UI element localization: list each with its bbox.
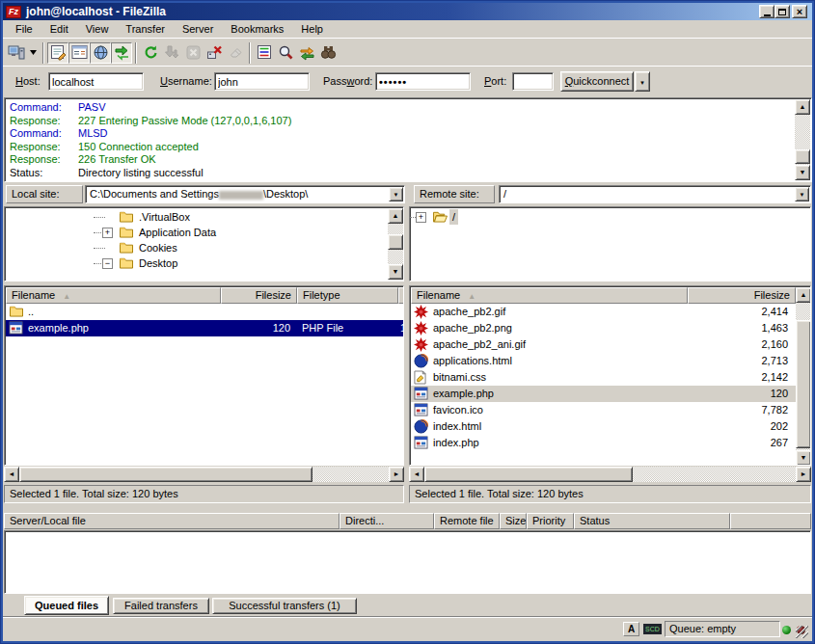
local-hscrollbar-thumb[interactable] xyxy=(19,467,312,482)
log-scrollbar-thumb[interactable] xyxy=(795,149,810,164)
toggle-local-tree-button[interactable] xyxy=(68,42,90,64)
menu-item-view[interactable]: View xyxy=(77,21,118,37)
site-manager-dropdown[interactable] xyxy=(27,42,40,64)
file-row-apache-pb2-gif[interactable]: apache_pb2.gif2,414 xyxy=(411,304,796,320)
tab-successful-transfers-1-[interactable]: Successful transfers (1) xyxy=(212,598,357,614)
queue-column-server-local-file[interactable]: Server/Local file xyxy=(4,513,340,529)
expand-icon[interactable]: + xyxy=(416,212,426,223)
column-header-modified[interactable]: L xyxy=(398,287,404,304)
resize-grip[interactable] xyxy=(796,626,808,638)
filter-button[interactable] xyxy=(254,42,275,64)
host-input[interactable] xyxy=(48,72,144,91)
collapse-icon[interactable]: − xyxy=(102,258,113,269)
tree-item-label[interactable]: .VirtualBox xyxy=(136,209,193,225)
scroll-up-icon[interactable] xyxy=(796,287,811,303)
toggle-remote-tree-button[interactable] xyxy=(90,42,111,64)
tab-queued-files[interactable]: Queued files xyxy=(24,596,109,615)
menu-item-server[interactable]: Server xyxy=(174,21,222,37)
menu-item-file[interactable]: File xyxy=(7,21,41,37)
remote-hscrollbar[interactable] xyxy=(409,467,811,482)
cancel-button[interactable] xyxy=(182,42,204,64)
file-size: 7,782 xyxy=(761,402,788,418)
sync-browse-button[interactable] xyxy=(296,42,317,64)
local-tree-scrollbar-thumb[interactable] xyxy=(388,234,403,250)
scroll-right-icon[interactable] xyxy=(796,467,811,482)
file-row-bitnami-css[interactable]: bitnami.css2,142 xyxy=(411,369,796,386)
scroll-down-icon[interactable] xyxy=(796,450,811,466)
tree-item-application-data[interactable]: +Application Data xyxy=(5,225,403,240)
file-row-example-php[interactable]: example.php120PHP File1 xyxy=(6,320,404,336)
disconnect-button[interactable] xyxy=(204,42,225,64)
port-input[interactable] xyxy=(512,72,554,91)
local-hscrollbar[interactable] xyxy=(4,467,404,482)
column-header-filesize[interactable]: Filesize xyxy=(688,287,796,304)
toggle-queue-button[interactable] xyxy=(111,42,132,64)
menu-item-edit[interactable]: Edit xyxy=(41,21,77,37)
scroll-down-icon[interactable] xyxy=(795,165,810,180)
file-row-apache-pb2-ani-gif[interactable]: apache_pb2_ani.gif2,160 xyxy=(411,336,796,353)
scroll-left-icon[interactable] xyxy=(4,467,19,482)
tab-failed-transfers[interactable]: Failed transfers xyxy=(113,598,209,614)
tree-item-label[interactable]: Cookies xyxy=(136,240,180,255)
maximize-button[interactable] xyxy=(774,5,790,18)
queue-column-directi-[interactable]: Directi... xyxy=(340,513,434,529)
remote-vscrollbar[interactable] xyxy=(796,287,811,466)
column-header-filetype[interactable]: Filetype xyxy=(297,287,398,304)
local-site-combo[interactable]: C:\Documents and Settings\Desktop\ xyxy=(85,185,405,203)
queue-column-remote-file[interactable]: Remote file xyxy=(434,513,500,529)
remote-vscrollbar-thumb[interactable] xyxy=(796,320,811,448)
speed-limits-icon[interactable]: SCD xyxy=(643,624,662,634)
file-row-example-php[interactable]: example.php120 xyxy=(411,386,796,402)
username-input[interactable] xyxy=(214,72,310,91)
site-manager-button[interactable] xyxy=(6,42,27,64)
compare-button[interactable] xyxy=(275,42,296,64)
tree-item-label[interactable]: / xyxy=(449,209,458,225)
find-button[interactable] xyxy=(317,42,339,64)
file-row-favicon-ico[interactable]: favicon.ico7,782 xyxy=(411,402,796,418)
scroll-left-icon[interactable] xyxy=(409,467,424,482)
quickconnect-button[interactable]: Quickconnect xyxy=(560,71,634,92)
file-row--[interactable]: .. xyxy=(6,304,404,320)
expand-icon[interactable]: + xyxy=(102,228,113,238)
tree-item-cookies[interactable]: Cookies xyxy=(5,240,403,255)
toggle-message-log-button[interactable] xyxy=(47,42,68,64)
quickconnect-dropdown[interactable] xyxy=(635,71,650,92)
log-scrollbar[interactable] xyxy=(795,99,810,180)
menu-item-bookmarks[interactable]: Bookmarks xyxy=(222,21,292,37)
file-row-apache-pb2-png[interactable]: apache_pb2.png1,463 xyxy=(411,320,796,336)
process-queue-button[interactable] xyxy=(161,42,182,64)
chevron-down-icon[interactable] xyxy=(389,187,403,201)
tree-item-desktop[interactable]: −Desktop xyxy=(5,255,403,271)
chevron-down-icon[interactable] xyxy=(795,187,809,201)
menu-item-transfer[interactable]: Transfer xyxy=(117,21,174,37)
tree-item--virtualbox[interactable]: .VirtualBox xyxy=(5,209,403,225)
file-row-applications-html[interactable]: applications.html2,713 xyxy=(411,353,796,369)
scroll-right-icon[interactable] xyxy=(389,467,404,482)
remote-site-combo[interactable]: / xyxy=(499,185,811,203)
tree-item--[interactable]: +/ xyxy=(410,209,810,225)
column-header-filename[interactable]: Filename▲ xyxy=(6,287,221,304)
column-header-filename[interactable]: Filename▲ xyxy=(411,287,688,304)
queue-column-priority[interactable]: Priority xyxy=(527,513,574,529)
password-input[interactable] xyxy=(375,72,471,91)
queue-header: Server/Local fileDirecti...Remote fileSi… xyxy=(4,513,811,530)
file-row-index-php[interactable]: index.php267 xyxy=(411,435,796,451)
close-button[interactable]: × xyxy=(792,5,807,18)
queue-column-spacer[interactable] xyxy=(730,513,811,529)
menu-item-help[interactable]: Help xyxy=(292,21,332,37)
column-header-filesize[interactable]: Filesize xyxy=(221,287,297,304)
tree-item-label[interactable]: Application Data xyxy=(136,225,219,240)
remote-hscrollbar-thumb[interactable] xyxy=(424,467,633,482)
tree-item-label[interactable]: Desktop xyxy=(136,255,180,271)
file-row-index-html[interactable]: index.html202 xyxy=(411,418,796,435)
queue-column-size[interactable]: Size xyxy=(500,513,527,529)
scroll-up-icon[interactable] xyxy=(388,208,403,224)
refresh-button[interactable] xyxy=(140,42,161,64)
scroll-down-icon[interactable] xyxy=(388,264,403,280)
ascii-data-type-icon[interactable]: A xyxy=(623,622,639,636)
minimize-button[interactable] xyxy=(759,5,774,18)
queue-column-status[interactable]: Status xyxy=(574,513,730,529)
clear-queue-button[interactable] xyxy=(225,42,246,64)
scroll-up-icon[interactable] xyxy=(795,99,810,115)
local-tree-scrollbar[interactable] xyxy=(388,208,403,280)
